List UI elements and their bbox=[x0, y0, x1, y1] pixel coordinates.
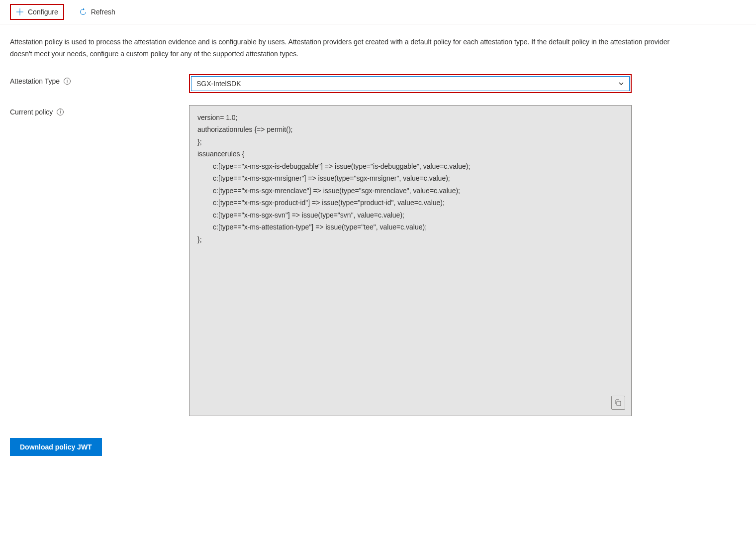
info-icon[interactable]: i bbox=[64, 78, 71, 85]
info-icon[interactable]: i bbox=[57, 109, 64, 115]
plus-icon bbox=[16, 8, 24, 16]
attestation-type-label: Attestation Type bbox=[10, 77, 60, 85]
policy-content: version= 1.0; authorizationrules {=> per… bbox=[197, 113, 470, 243]
copy-button[interactable] bbox=[611, 396, 625, 410]
download-policy-jwt-button[interactable]: Download policy JWT bbox=[10, 438, 102, 456]
configure-label: Configure bbox=[28, 8, 58, 16]
description-text: Attestation policy is used to process th… bbox=[10, 36, 676, 60]
attestation-type-value: SGX-IntelSDK bbox=[196, 80, 241, 88]
refresh-label: Refresh bbox=[91, 8, 115, 16]
current-policy-row: Current policy i version= 1.0; authoriza… bbox=[10, 105, 746, 416]
chevron-down-icon bbox=[618, 81, 624, 87]
current-policy-label: Current policy bbox=[10, 108, 53, 116]
attestation-type-row: Attestation Type i SGX-IntelSDK bbox=[10, 74, 746, 93]
configure-button[interactable]: Configure bbox=[10, 4, 64, 20]
toolbar: Configure Refresh bbox=[0, 0, 756, 24]
svg-rect-2 bbox=[617, 401, 621, 406]
content-area: Attestation policy is used to process th… bbox=[0, 24, 756, 468]
attestation-type-control: SGX-IntelSDK bbox=[189, 74, 632, 93]
attestation-type-label-group: Attestation Type i bbox=[10, 74, 189, 85]
attestation-type-dropdown[interactable]: SGX-IntelSDK bbox=[191, 76, 630, 91]
attestation-type-dropdown-highlight: SGX-IntelSDK bbox=[189, 74, 632, 93]
copy-icon bbox=[614, 399, 622, 407]
current-policy-control: version= 1.0; authorizationrules {=> per… bbox=[189, 105, 632, 416]
refresh-button[interactable]: Refresh bbox=[74, 5, 120, 19]
policy-content-box: version= 1.0; authorizationrules {=> per… bbox=[189, 105, 632, 416]
refresh-icon bbox=[79, 8, 87, 16]
current-policy-label-group: Current policy i bbox=[10, 105, 189, 116]
